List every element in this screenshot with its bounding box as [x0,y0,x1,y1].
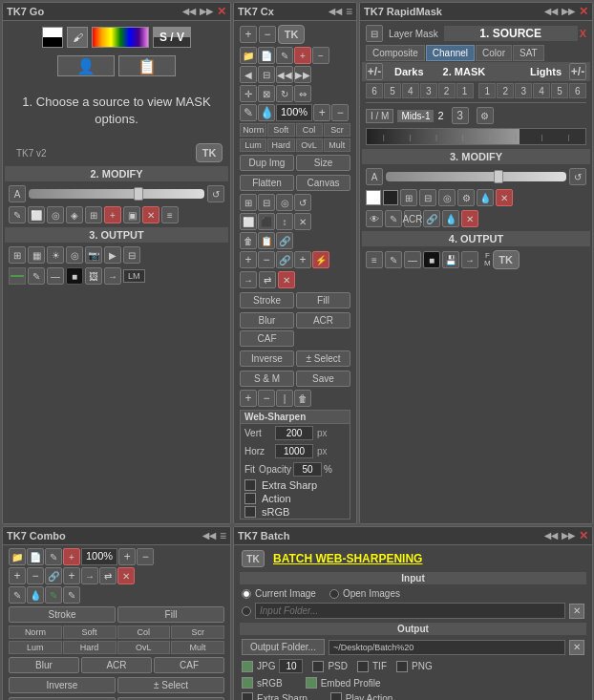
cx-brush2[interactable]: ✎ [240,104,257,121]
rapid-close[interactable]: ✕ [579,5,588,18]
rapid-expand[interactable]: ▶▶ [562,7,575,16]
combo-drop[interactable]: 💧 [27,586,44,604]
circle-icon[interactable]: ◎ [66,246,83,264]
num-2-left[interactable]: 2 [438,83,456,98]
combo-menu[interactable]: ≡ [220,529,226,542]
tab-composite[interactable]: Composite [366,45,425,61]
combo-pm2[interactable]: − [137,548,154,565]
cx-plus[interactable]: + [240,26,257,43]
cx-mid2[interactable]: ⊟ [258,194,275,211]
combo-pm5[interactable]: + [63,567,80,584]
combo-pm3[interactable]: + [9,567,26,584]
pencil-icon[interactable]: ✎ [28,267,45,285]
combo-link[interactable]: 🔗 [45,567,62,584]
white-swatch[interactable] [366,190,381,205]
black-square[interactable]: ■ [66,267,83,285]
caf-btn[interactable]: CAF [240,330,294,347]
extra-sharp-checkbox[interactable] [244,479,256,491]
srgb-checkbox[interactable] [244,506,256,518]
combo-mult[interactable]: Mult [171,641,224,654]
combo-green[interactable]: ✎ [45,586,62,604]
close-icon[interactable]: ✕ [217,5,226,18]
num-1-left[interactable]: 1 [456,83,474,98]
cx-pm6[interactable]: − [258,251,275,268]
brush-tool[interactable]: ✎ [9,206,26,223]
combo-select[interactable]: ± Select [117,677,224,693]
jpg-cb[interactable] [242,661,253,672]
play-action-cb[interactable] [330,692,342,700]
cx-plus2[interactable]: + [294,47,311,64]
rapid-reset[interactable]: ↺ [569,168,586,185]
dash-icon[interactable]: — [47,267,64,285]
arrow-icon[interactable]: ▶ [104,246,121,264]
combo-acr[interactable]: ACR [81,657,152,673]
tab-sat[interactable]: SAT [513,45,544,61]
smudge-tool[interactable]: ⊞ [85,206,102,223]
modify-slider[interactable] [29,189,204,199]
tk-badge[interactable]: TK [196,143,223,162]
batch-close[interactable]: ✕ [579,529,588,542]
source-close[interactable]: X [580,28,586,39]
cx-layers[interactable]: ⊟ [258,66,275,83]
cx-pm9[interactable]: − [258,390,275,407]
rapid-out5[interactable]: 💾 [442,251,459,268]
expand-icon[interactable]: ▶▶ [200,7,213,16]
combo-swap[interactable]: ⇄ [99,567,117,584]
rapid-out4[interactable]: ■ [423,251,440,268]
combo-brush2[interactable]: ✎ [9,586,26,604]
cx-copy[interactable]: 📋 [258,232,275,249]
lights-pm[interactable]: +/- [569,63,586,80]
cx-move[interactable]: ✛ [240,85,257,102]
cx-mid1[interactable]: ⊞ [240,194,257,211]
rapid-out1[interactable]: ≡ [366,251,383,268]
mids-pm[interactable]: 3 [452,107,469,124]
cx-folder[interactable]: 📁 [240,47,257,64]
dup-img-btn[interactable]: Dup Img [240,155,294,171]
x-modify-icon[interactable]: ✕ [142,206,159,223]
combo-hard[interactable]: Hard [63,641,117,654]
srgb-batch-cb[interactable] [242,677,253,689]
select-btn[interactable]: ± Select [296,350,350,367]
cx-fwd[interactable]: ▶▶ [294,66,311,83]
cx-tk-badge[interactable]: TK [278,25,305,44]
jpg-quality-input[interactable] [279,659,303,673]
combo-doc[interactable]: 📄 [27,548,44,565]
sun-icon[interactable]: ☀ [47,246,64,264]
combo-collapse[interactable]: ◀◀ [202,531,216,541]
combo-brush[interactable]: ✎ [45,548,62,565]
flatten-btn[interactable]: Flatten [240,175,294,191]
combo-norm[interactable]: Norm [9,626,62,639]
combo-plus[interactable]: + [63,548,80,565]
acr-btn[interactable]: ACR [296,312,350,329]
combo-caf[interactable]: CAF [154,657,224,673]
cx-collapse-icon[interactable]: ◀◀ [329,7,342,16]
combo-percent[interactable]: 100% [81,548,117,565]
rapid-feather[interactable]: ⊞ [400,189,417,206]
blur-tool[interactable]: ◎ [47,206,64,223]
num-1-right[interactable]: 1 [478,83,496,98]
arrow-right-icon[interactable]: → [104,267,121,285]
rapid-pen[interactable]: ✎ [385,210,402,227]
num-3-left[interactable]: 3 [420,83,437,98]
num-5-left[interactable]: 5 [384,83,401,98]
rapid-flip2[interactable]: ⚙ [457,189,475,206]
save-btn[interactable]: Save [296,371,350,387]
num-2-right[interactable]: 2 [497,83,514,98]
combo-pm1[interactable]: + [118,548,136,565]
cx-mid4[interactable]: ↺ [294,194,311,211]
rapid-water[interactable]: 💧 [477,189,494,206]
menu-icon[interactable]: ≡ [161,206,179,223]
sv-button[interactable]: S / V [153,27,191,48]
rainbow-gradient[interactable] [92,27,149,48]
lm-button[interactable]: LM [123,269,145,283]
tif-cb[interactable] [357,661,369,672]
num-6-right[interactable]: 6 [569,83,586,98]
cx-menu-icon[interactable]: ≡ [346,5,352,18]
combo-col[interactable]: Col [117,626,171,639]
chart-icon[interactable]: ▦ [28,246,45,264]
num-4-right[interactable]: 4 [533,83,550,98]
cx-flip[interactable]: ⇔ [294,85,311,102]
cx-left[interactable]: ◀ [240,66,257,83]
rapid-x2[interactable]: ✕ [461,210,478,227]
plus-icon[interactable]: + [104,206,121,223]
